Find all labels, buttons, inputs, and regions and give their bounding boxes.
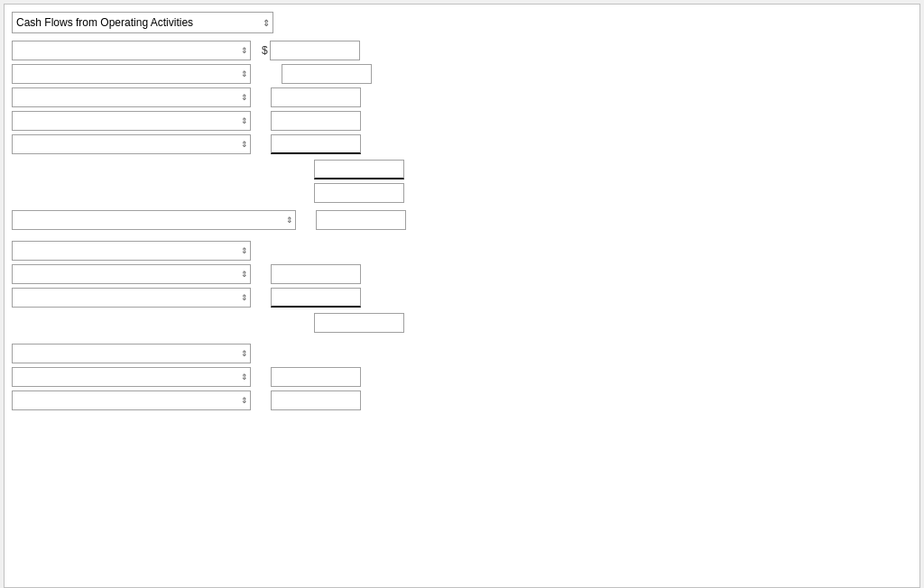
field-select-7[interactable] [12,241,251,261]
amount-input-1[interactable] [270,41,360,60]
field-dropdown-11[interactable] [12,367,251,387]
section-1: $ [12,41,912,210]
amount-input-7[interactable] [271,264,361,284]
field-select-6[interactable] [12,210,296,230]
form-row [12,264,912,284]
amount-input-4[interactable] [271,111,361,131]
amount-input-9[interactable] [271,367,361,387]
subtotal-input-1b[interactable] [314,183,404,203]
form-row [12,344,912,363]
form-row [12,64,912,84]
amount-input-5[interactable] [271,134,361,154]
form-row [12,367,912,387]
field-select-9[interactable] [12,288,251,308]
field-select-12[interactable] [12,390,251,410]
field-dropdown-7[interactable] [12,241,251,261]
amount-input-3[interactable] [271,87,361,107]
amount-input-10[interactable] [271,390,361,410]
section-3 [12,241,912,336]
field-dropdown-5[interactable] [12,134,251,154]
field-select-11[interactable] [12,367,251,387]
field-dropdown-3[interactable] [12,87,251,107]
field-select-10[interactable] [12,344,251,363]
field-dropdown-8[interactable] [12,264,251,284]
field-dropdown-10[interactable] [12,344,251,363]
field-dropdown-12[interactable] [12,390,251,410]
main-container: Cash Flows from Operating Activities $ [4,4,920,588]
field-select-8[interactable] [12,264,251,284]
header-row: Cash Flows from Operating Activities [12,12,912,33]
field-select-2[interactable] [12,64,251,84]
form-row [12,111,912,131]
form-row: $ [12,41,912,60]
amount-input-6[interactable] [316,210,406,230]
section-4 [12,344,912,414]
field-select-1[interactable] [12,41,251,60]
form-row [12,87,912,107]
dollar-sign: $ [262,44,268,57]
form-row [12,288,912,308]
form-row [12,210,912,230]
subtotal-row-1b [314,183,912,203]
field-dropdown-6[interactable] [12,210,296,230]
form-row [12,390,912,410]
form-row [12,134,912,154]
field-dropdown-9[interactable] [12,288,251,308]
amount-input-8[interactable] [271,288,361,308]
amount-input-2[interactable] [282,64,372,84]
field-dropdown-1[interactable] [12,41,251,60]
field-select-3[interactable] [12,87,251,107]
field-select-4[interactable] [12,111,251,131]
subtotal-row-3 [314,313,912,333]
subtotal-input-1[interactable] [314,160,404,179]
subtotal-input-3[interactable] [314,313,404,333]
section-2 [12,210,912,234]
field-dropdown-4[interactable] [12,111,251,131]
field-select-5[interactable] [12,134,251,154]
field-dropdown-2[interactable] [12,64,251,84]
subtotal-row-1 [314,160,912,179]
section-select-wrapper[interactable]: Cash Flows from Operating Activities [12,12,273,33]
section-dropdown[interactable]: Cash Flows from Operating Activities [12,12,273,33]
form-row [12,241,912,261]
